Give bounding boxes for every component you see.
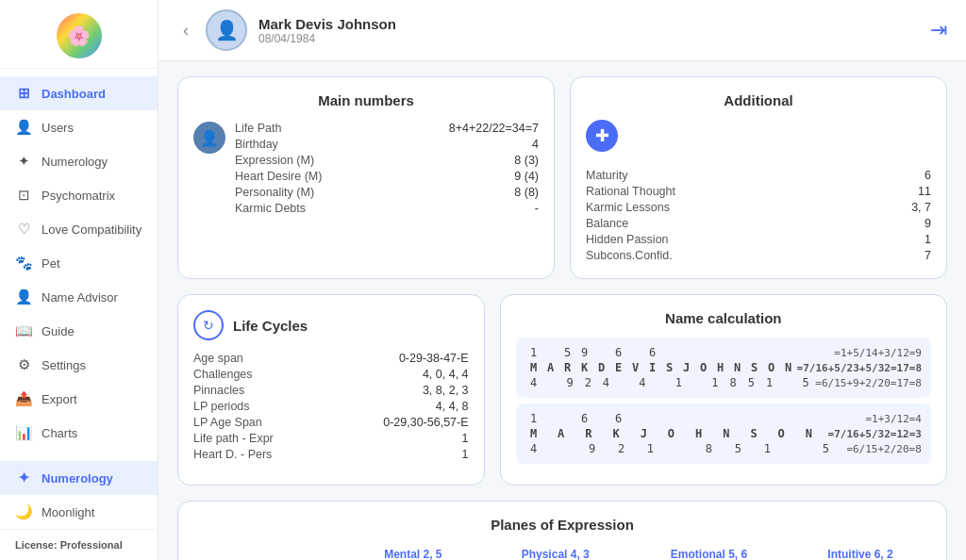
row-value: 0-29-38-47-E — [399, 352, 469, 365]
main-numbers-icon: 👤 — [193, 122, 225, 154]
table-row: Age span 0-29-38-47-E — [193, 350, 469, 366]
col-header-mental: Mental 2, 5 — [343, 544, 482, 560]
numerology-icon: ✦ — [15, 153, 32, 170]
settings-icon: ⚙ — [15, 356, 32, 373]
life-cycles-card: ↻ Life Cycles Age span 0-29-38-47-E Chal… — [177, 294, 485, 486]
sidebar-item-psychomatrix[interactable]: ⊡ Psychomatrix — [0, 178, 158, 212]
row-label: Pinnacles — [193, 384, 244, 397]
nc-row: 1 5 9 6 6 =1+5/14+3/12=9 — [525, 345, 922, 360]
table-row: Birthday 4 — [235, 136, 539, 152]
top-cards-row: Main numbers 👤 Life Path 8+4+22/22=34=7 … — [177, 76, 947, 279]
row-label: Karmic Lessons — [586, 201, 670, 214]
dashboard-icon: ⊞ — [15, 85, 32, 102]
row-value: 4, 0, 4, 4 — [423, 368, 469, 381]
row-label: Karmic Debts — [235, 202, 306, 215]
sidebar-item-users[interactable]: 👤 Users — [0, 110, 158, 144]
table-row: Life Path 8+4+22/22=34=7 — [235, 120, 539, 136]
row-label: LP Age Span — [193, 416, 262, 429]
row-value: 1 — [462, 448, 469, 461]
sidebar-item-settings[interactable]: ⚙ Settings — [0, 348, 158, 382]
sidebar-nav: ⊞ Dashboard 👤 Users ✦ Numerology ⊡ Psych… — [0, 69, 158, 461]
row-value: 0-29,30-56,57-E — [383, 416, 468, 429]
row-label: Hidden Passion — [586, 233, 669, 246]
app-logo: 🌸 — [57, 13, 102, 58]
charts-icon: 📊 — [15, 424, 32, 441]
pet-icon: 🐾 — [15, 255, 32, 272]
content-area: Main numbers 👤 Life Path 8+4+22/22=34=7 … — [158, 61, 966, 560]
sidebar-item-numerology-active[interactable]: ✦ Numerology — [0, 461, 158, 495]
middle-cards-row: ↻ Life Cycles Age span 0-29-38-47-E Chal… — [177, 294, 947, 486]
table-row: Personality (M) 8 (8) — [235, 184, 539, 200]
table-row: Pinnacles 3, 8, 2, 3 — [193, 382, 469, 398]
row-label: Life Path — [235, 122, 281, 135]
sidebar-item-label: Dashboard — [42, 87, 106, 101]
back-button[interactable]: ‹ — [177, 19, 194, 42]
table-row: Challenges 4, 0, 4, 4 — [193, 366, 469, 382]
life-cycles-title: Life Cycles — [233, 318, 308, 334]
sidebar-item-pet[interactable]: 🐾 Pet — [0, 246, 158, 280]
sidebar-item-label: Users — [42, 121, 74, 135]
row-label: Rational Thought — [586, 185, 675, 198]
numerology-active-icon: ✦ — [15, 469, 32, 486]
row-value: 6 — [893, 169, 931, 182]
planes-of-expression-card: Planes of Expression Mental 2, 5 Physica… — [177, 501, 947, 560]
sidebar-item-label: Love Compatibility — [42, 222, 142, 237]
table-row: Life path - Expr 1 — [193, 430, 469, 446]
avatar: 👤 — [206, 9, 247, 51]
page-header: ‹ 👤 Mark Devis Johnson 08/04/1984 ⇥ — [158, 0, 966, 61]
table-row: Karmic Lessons 3, 7 — [586, 199, 931, 215]
life-cycles-icon: ↻ — [193, 310, 224, 340]
additional-title: Additional — [586, 92, 931, 108]
table-row: Hidden Passion 1 — [586, 231, 931, 247]
sidebar-item-label: Settings — [42, 358, 86, 372]
nc-row: 4 9 2 4 4 1 1 8 5 1 — [525, 375, 922, 390]
export-button[interactable]: ⇥ — [930, 18, 947, 42]
main-numbers-card: Main numbers 👤 Life Path 8+4+22/22=34=7 … — [177, 76, 555, 279]
table-row: Karmic Debts - — [235, 200, 539, 216]
row-label: Maturity — [586, 169, 627, 182]
sidebar-logo: 🌸 — [0, 0, 158, 69]
export-icon: 📤 — [15, 390, 32, 407]
col-header — [193, 544, 343, 560]
row-value: 1 — [893, 233, 931, 246]
sidebar-item-numerology[interactable]: ✦ Numerology — [0, 144, 158, 178]
row-label: Heart D. - Pers — [193, 448, 272, 461]
planes-table: Mental 2, 5 Physical 4, 3 Emotional 5, 6… — [193, 544, 931, 560]
col-header-physical: Physical 4, 3 — [482, 544, 628, 560]
col-header-intuitive: Intuitive 6, 2 — [790, 544, 931, 560]
table-row: Balance 9 — [586, 215, 931, 231]
sidebar-item-name-advisor[interactable]: 👤 Name Advisor — [0, 280, 158, 314]
row-label: Balance — [586, 217, 628, 230]
sidebar-item-label: Pet — [42, 256, 60, 271]
row-value: 9 (4) — [463, 170, 539, 183]
main-numbers-title: Main numbers — [193, 92, 539, 108]
sidebar-item-label: Psychomatrix — [42, 189, 115, 203]
nc-row: M A R K J O H N S O N =7/16+5/32=12=3 — [525, 426, 922, 441]
row-value: 3, 7 — [893, 201, 931, 214]
sidebar-item-label: Export — [42, 392, 77, 406]
sidebar-item-export[interactable]: 📤 Export — [0, 382, 158, 416]
sidebar-item-love-compatibility[interactable]: ♡ Love Compatibility — [0, 212, 158, 246]
row-value: 8 (8) — [463, 186, 539, 199]
psychomatrix-icon: ⊡ — [15, 187, 32, 204]
row-value: - — [463, 202, 539, 215]
row-value: 3, 8, 2, 3 — [423, 384, 469, 397]
sidebar-item-moonlight[interactable]: 🌙 Moonlight — [0, 495, 158, 529]
users-icon: 👤 — [15, 119, 32, 136]
row-value: 7 — [893, 249, 931, 262]
sidebar-item-label: Name Advisor — [42, 290, 118, 305]
row-label: LP periods — [193, 400, 250, 413]
nc-row: M A R K D E V I S J O H N S O — [525, 360, 922, 375]
name-calc-title: Name calculation — [516, 310, 931, 326]
user-dob: 08/04/1984 — [258, 32, 919, 45]
main-numbers-body: 👤 Life Path 8+4+22/22=34=7 Birthday 4 Ex… — [193, 120, 539, 216]
sidebar-item-guide[interactable]: 📖 Guide — [0, 314, 158, 348]
row-label: Personality (M) — [235, 186, 314, 199]
sidebar-item-charts[interactable]: 📊 Charts — [0, 416, 158, 450]
row-label: Heart Desire (M) — [235, 170, 322, 183]
row-label: Birthday — [235, 138, 278, 151]
row-value: 4, 4, 8 — [436, 400, 469, 413]
sidebar-item-dashboard[interactable]: ⊞ Dashboard — [0, 76, 158, 110]
main-content: ‹ 👤 Mark Devis Johnson 08/04/1984 ⇥ Main… — [158, 0, 966, 560]
sidebar-item-label: Charts — [42, 426, 77, 440]
